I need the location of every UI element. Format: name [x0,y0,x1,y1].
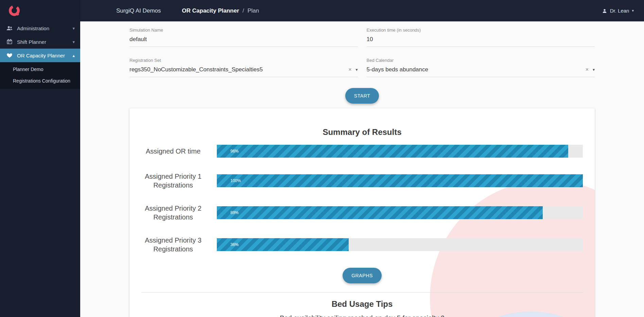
field-label: Execution time (in seconds) [367,28,595,33]
sidebar-item-shift-planner[interactable]: Shift Planner ▾ [0,35,80,49]
execution-time-input[interactable] [367,36,595,43]
bed-calendar-field: Bed Calendar 5-days beds abundance × ▾ [367,58,595,77]
breadcrumb: OR Capacity Planner / Plan [182,7,259,14]
shift-planner-icon [6,38,13,45]
progress-percent-label: 36% [217,242,239,247]
clear-icon[interactable]: × [348,67,351,73]
section-divider [141,292,583,293]
result-label: Assigned Priority 2 Registrations [129,204,217,222]
progress-track: 89% [217,206,583,219]
progress-percent-label: 96% [217,149,239,154]
result-label: Assigned Priority 1 Registrations [129,172,217,190]
chevron-down-icon: ▾ [72,39,75,45]
breadcrumb-page: Plan [247,7,259,14]
field-label: Registration Set [129,58,358,63]
sidebar-item-label: Shift Planner [17,39,46,45]
results-bars: Assigned OR time 96% Assigned Priority 1… [129,145,595,253]
bed-calendar-select[interactable]: 5-days beds abundance × ▾ [367,66,595,77]
bed-usage-tip-message: Bed availability ceiling reached on day … [129,314,595,317]
main-column: SurgiQ AI Demos OR Capacity Planner / Pl… [80,0,644,317]
breadcrumb-section[interactable]: OR Capacity Planner [182,7,239,14]
user-icon [602,8,607,14]
topbar: SurgiQ AI Demos OR Capacity Planner / Pl… [80,0,644,21]
progress-fill: 100% [217,174,583,187]
sidebar-item-administration[interactable]: Administration ▾ [0,21,80,35]
result-label: Assigned OR time [129,147,217,156]
graphs-button-summary[interactable]: GRAPHS [343,268,382,283]
progress-fill: 96% [217,145,568,158]
result-row-priority-1: Assigned Priority 1 Registrations 100% [129,172,595,190]
bed-calendar-value: 5-days beds abundance [367,66,586,73]
progress-fill: 89% [217,206,543,219]
breadcrumb-separator: / [243,7,244,14]
sidebar-item-label: OR Capacity Planner [17,53,65,58]
progress-track: 36% [217,238,583,251]
user-name: Dr. Lean [610,8,629,14]
sidebar: Administration ▾ Shift Planner ▾ OR [0,0,80,317]
registration-set-select[interactable]: regs350_NoCustomizable_Constraints_Speci… [129,66,358,77]
admin-users-icon [6,25,13,32]
simulation-name-input[interactable] [129,36,358,43]
dropdown-caret-icon[interactable]: ▾ [355,67,358,72]
dropdown-caret-icon[interactable]: ▾ [593,67,595,72]
progress-fill: 36% [217,238,349,251]
chevron-down-icon: ▾ [72,26,75,31]
simulation-name-field: Simulation Name [129,28,358,47]
main-content: Simulation Name Execution time (in secon… [80,21,644,317]
sidebar-subitem-planner-demo[interactable]: Planner Demo [0,64,80,75]
submenu-item-label: Planner Demo [13,67,43,72]
field-label: Bed Calendar [367,58,595,63]
registration-set-value: regs350_NoCustomizable_Constraints_Speci… [129,66,348,73]
summary-title: Summary of Results [129,127,595,137]
caret-down-icon: ▾ [632,8,634,13]
progress-percent-label: 100% [217,178,241,183]
simulation-form: Simulation Name Execution time (in secon… [129,21,595,77]
app-root: Administration ▾ Shift Planner ▾ OR [0,0,644,317]
surgiq-logo-icon [7,4,21,18]
execution-time-field: Execution time (in seconds) [367,28,595,47]
field-label: Simulation Name [129,28,358,33]
logo-row [0,0,80,21]
progress-percent-label: 89% [217,210,239,215]
start-button[interactable]: START [345,88,379,104]
or-capacity-icon [6,52,13,59]
progress-track: 96% [217,145,583,158]
results-card: Summary of Results Assigned OR time 96% [129,108,595,317]
sidebar-item-or-capacity-planner[interactable]: OR Capacity Planner ▴ [0,49,80,62]
registration-set-field: Registration Set regs350_NoCustomizable_… [129,58,358,77]
result-label: Assigned Priority 3 Registrations [129,236,217,253]
or-capacity-submenu: Planner Demo Registrations Configuration [0,62,80,89]
sidebar-subitem-registrations-configuration[interactable]: Registrations Configuration [0,75,80,87]
brand-title: SurgiQ AI Demos [116,7,161,14]
chevron-up-icon: ▴ [72,53,75,58]
progress-track: 100% [217,174,583,187]
result-row-priority-2: Assigned Priority 2 Registrations 89% [129,204,595,222]
bed-usage-tips-title: Bed Usage Tips [129,299,595,309]
result-row-priority-3: Assigned Priority 3 Registrations 36% [129,236,595,253]
submenu-item-label: Registrations Configuration [13,78,70,84]
user-menu[interactable]: Dr. Lean ▾ [602,8,634,14]
sidebar-item-label: Administration [17,25,49,31]
result-row-or-time: Assigned OR time 96% [129,145,595,158]
clear-icon[interactable]: × [586,67,589,73]
